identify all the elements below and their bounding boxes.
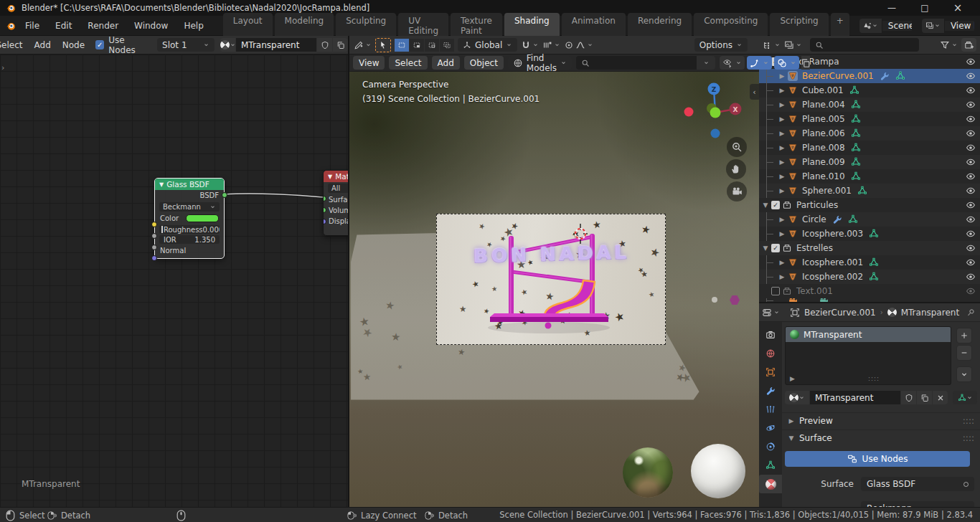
color-swatch[interactable] — [186, 214, 219, 222]
outliner-row-plane.006[interactable]: ▶Plane.006 — [759, 126, 980, 141]
node-canvas[interactable]: › ▼Glass BSDF BSDF Beckmann Color — [0, 54, 348, 507]
outliner-item-label[interactable]: Plane.010 — [802, 171, 845, 181]
glass-node-header[interactable]: ▼Glass BSDF — [155, 179, 224, 190]
expand-arrow-icon[interactable]: ▶ — [778, 72, 786, 80]
workspace-tab-animation[interactable]: Animation — [562, 13, 626, 39]
visibility-eye-icon[interactable] — [966, 114, 976, 124]
expand-arrow-icon[interactable]: ▶ — [778, 101, 786, 108]
material-name-field[interactable]: MTransparent — [236, 38, 316, 52]
snap-toggle-button[interactable] — [521, 40, 539, 50]
properties-tab-object[interactable] — [759, 363, 782, 381]
shader-menu-node[interactable]: Node — [57, 38, 90, 52]
fake-user-button[interactable] — [317, 38, 332, 52]
outliner-item-label[interactable]: Plane.009 — [802, 157, 845, 167]
material-slot-item[interactable]: MTransparent — [786, 327, 951, 342]
surface-panel-header[interactable]: ▼Surface:::: — [782, 430, 980, 445]
snap-target-dropdown[interactable] — [542, 40, 560, 50]
expand-arrow-icon[interactable]: ▶ — [778, 158, 786, 166]
tool-presets-button[interactable] — [354, 40, 372, 50]
menu-window[interactable]: Window — [128, 19, 174, 33]
viewport-menu-select[interactable]: Select — [389, 56, 427, 70]
outliner-row-text.001[interactable]: Text.001 — [759, 284, 980, 298]
visibility-eye-icon[interactable] — [966, 85, 976, 95]
outliner-item-label[interactable]: Icosphere.001 — [802, 257, 863, 267]
outliner-row-estrelles[interactable]: ▼✓Estrelles — [759, 241, 980, 255]
viewport-menu-object[interactable]: Object — [464, 56, 504, 70]
outliner-row-plane.010[interactable]: ▶Plane.010 — [759, 169, 980, 184]
material-copy-button[interactable] — [333, 38, 348, 52]
output-node-header[interactable]: ▼Material Output — [324, 171, 348, 182]
outliner-row-plane.005[interactable]: ▶Plane.005 — [759, 112, 980, 126]
expand-arrow-icon[interactable]: ▼ — [762, 201, 769, 209]
find-models-dropdown[interactable]: Find Models — [508, 56, 572, 70]
properties-tab-constraints[interactable] — [759, 437, 782, 456]
expand-arrow-icon[interactable]: ▶ — [778, 144, 786, 151]
outliner-item-label[interactable]: Estrelles — [796, 243, 833, 253]
object-visibility-dropdown[interactable] — [720, 56, 745, 70]
slot-dropdown[interactable]: Slot 1 — [157, 38, 215, 52]
surface-shader-dropdown[interactable]: Glass BSDF — [861, 477, 974, 491]
model-search-input[interactable] — [576, 56, 697, 70]
visibility-eye-icon[interactable] — [966, 186, 976, 196]
options-dropdown[interactable]: Options — [694, 38, 748, 52]
material-copy-button[interactable] — [917, 391, 932, 404]
outliner-row-icosphere.002[interactable]: ▶Icosphere.002 — [759, 270, 980, 284]
expand-arrow-icon[interactable]: ▶ — [778, 130, 786, 137]
material-name-input[interactable]: MTransparent — [810, 391, 900, 404]
material-browse-button[interactable] — [220, 38, 235, 52]
workspace-tab-texture-paint[interactable]: Texture Paint — [451, 13, 502, 39]
camera-view-button[interactable] — [727, 181, 747, 201]
close-button[interactable]: × — [941, 0, 974, 16]
properties-tab-modifiers[interactable] — [759, 381, 782, 400]
outliner-item-label[interactable]: Text.001 — [796, 286, 833, 296]
workspace-tab-modeling[interactable]: Modeling — [275, 13, 334, 39]
expand-arrow-icon[interactable]: ▼ — [762, 245, 769, 252]
visibility-eye-icon[interactable] — [966, 100, 976, 110]
pin-icon[interactable] — [966, 308, 976, 318]
visibility-eye-icon[interactable] — [966, 71, 976, 81]
remove-slot-button[interactable] — [956, 345, 972, 361]
active-tool-tweak-button[interactable] — [375, 38, 391, 52]
shader-menu-add[interactable]: Add — [29, 38, 56, 52]
properties-tab-object-data[interactable] — [759, 456, 782, 475]
properties-tab-render[interactable] — [759, 326, 782, 344]
expand-arrow-icon[interactable]: ▶ — [778, 216, 786, 223]
add-workspace-button[interactable]: + — [831, 13, 849, 39]
outliner-item-label[interactable]: Cube.001 — [802, 85, 844, 95]
collection-checkbox[interactable] — [771, 287, 780, 295]
new-collection-button[interactable] — [961, 38, 976, 52]
use-nodes-toggle[interactable]: ✓ Use Nodes — [95, 36, 151, 54]
hdri-preview-sphere[interactable] — [623, 447, 673, 498]
material-unlink-button[interactable] — [933, 391, 948, 404]
visibility-eye-icon[interactable] — [966, 286, 976, 296]
properties-editor-type-button[interactable] — [762, 308, 780, 318]
outliner-item-label[interactable]: Plane.006 — [802, 128, 845, 138]
visibility-eye-icon[interactable] — [966, 214, 976, 224]
visibility-eye-icon[interactable] — [966, 57, 976, 67]
outliner-editor-type-button[interactable] — [763, 40, 781, 50]
outliner-item-label[interactable]: Plane.004 — [802, 100, 845, 110]
shading-mode-button[interactable] — [801, 56, 810, 70]
zoom-button[interactable] — [727, 137, 747, 157]
output-target-dropdown[interactable]: All — [328, 184, 348, 193]
normal-input-socket[interactable] — [151, 255, 157, 261]
proportional-edit-button[interactable] — [564, 40, 593, 50]
maximize-button[interactable]: □ — [908, 0, 941, 16]
glass-bsdf-node[interactable]: ▼Glass BSDF BSDF Beckmann Color Roughnes… — [154, 178, 225, 259]
outliner-row-icosphere.003[interactable]: ▶Icosphere.003 — [759, 227, 980, 241]
breadcrumb-material[interactable]: MTransparent — [901, 308, 959, 318]
properties-tab-physics[interactable] — [759, 419, 782, 437]
outliner-item-label[interactable]: Plane.005 — [802, 114, 845, 124]
color-input-socket[interactable] — [151, 222, 157, 227]
roughness-slider[interactable]: Roughness 0.000 — [159, 225, 220, 234]
outliner-item-label[interactable]: Icosphere.002 — [802, 272, 863, 282]
outliner-row-plane.004[interactable]: ▶Plane.004 — [759, 98, 980, 112]
viewport-canvas[interactable]: ★★★★★★★★★★★★★★★★★★★★★★★★★★★★★★ — [349, 72, 759, 507]
expand-arrow-icon[interactable]: ▶ — [778, 173, 786, 180]
visibility-eye-icon[interactable] — [966, 257, 976, 267]
gizmos-toggle[interactable] — [747, 56, 772, 70]
add-slot-button[interactable] — [956, 328, 972, 343]
select-mode-extend-button[interactable] — [410, 39, 424, 52]
use-nodes-checkbox[interactable]: ✓ — [95, 40, 104, 49]
shader-menu-select[interactable]: Select — [0, 38, 28, 52]
